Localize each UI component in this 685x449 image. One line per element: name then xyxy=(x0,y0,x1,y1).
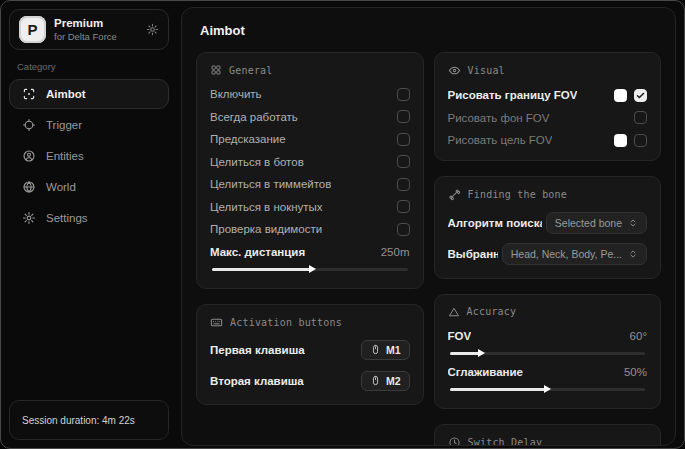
checkbox[interactable] xyxy=(397,178,410,191)
checkbox[interactable] xyxy=(397,88,410,101)
entities-icon xyxy=(22,149,36,163)
max-distance-row: Макс. дистанция 250m xyxy=(210,245,410,259)
draw-fov-background-row: Рисовать фон FOV xyxy=(448,111,648,125)
slider-value: 250m xyxy=(381,246,410,258)
selected-bones-row: Выбранные кости Head, Neck, Body, Pe... xyxy=(448,243,648,265)
color-swatch[interactable] xyxy=(614,134,627,147)
checkbox[interactable] xyxy=(634,134,647,147)
sidebar: P Premium for Delta Force Category Aimbo xyxy=(1,1,177,448)
keybind-value: M1 xyxy=(386,344,401,356)
finding-bone-panel: Finding the bone Алгоритм поиска костей … xyxy=(434,176,662,279)
toggle-label: Предсказание xyxy=(210,133,286,145)
triangle-icon xyxy=(448,306,460,318)
second-key-row: Вторая клавиша M2 xyxy=(210,371,410,391)
checkbox[interactable] xyxy=(397,133,410,146)
draw-fov-target-row: Рисовать цель FOV xyxy=(448,133,648,147)
selected-bones-select[interactable]: Head, Neck, Body, Pe... xyxy=(502,243,647,265)
panel-title: General xyxy=(229,65,273,76)
aimbot-icon xyxy=(22,87,36,101)
bone-icon xyxy=(448,188,461,201)
toggle-label: Всегда работать xyxy=(210,111,298,123)
smoothing-slider[interactable] xyxy=(450,388,646,391)
visual-label: Рисовать цель FOV xyxy=(448,134,553,146)
color-swatch[interactable] xyxy=(614,89,627,102)
left-column: General Включить Всегда работать Предска… xyxy=(196,52,424,405)
first-key-row: Первая клавиша M1 xyxy=(210,340,410,360)
checkbox[interactable] xyxy=(634,111,647,124)
visual-panel: Visual Рисовать границу FOV Рисовать фон… xyxy=(434,52,662,161)
select-value: Selected bone xyxy=(555,217,622,229)
select-label: Выбранные кости xyxy=(448,248,498,260)
toggle-label: Включить xyxy=(210,88,262,100)
slider-label: Макс. дистанция xyxy=(210,246,305,258)
switch-delay-panel: Switch Delay Задержка переключения Задер… xyxy=(434,424,662,447)
bone-algorithm-row: Алгоритм поиска костей Selected bone xyxy=(448,212,648,234)
app-window: P Premium for Delta Force Category Aimbo xyxy=(0,0,685,449)
draw-fov-border-row: Рисовать границу FOV xyxy=(448,88,648,102)
sidebar-item-trigger[interactable]: Trigger xyxy=(9,110,169,140)
gear-icon[interactable] xyxy=(146,23,159,36)
checkbox[interactable] xyxy=(397,200,410,213)
chevron-updown-icon xyxy=(628,249,638,259)
select-value: Head, Neck, Body, Pe... xyxy=(511,248,622,260)
toggle-label: Целиться в нокнутых xyxy=(210,201,323,213)
keybind-label: Вторая клавиша xyxy=(210,375,304,387)
second-key-bind-button[interactable]: M2 xyxy=(361,371,410,391)
slider-handle[interactable] xyxy=(478,349,485,357)
panel-title: Switch Delay xyxy=(468,437,543,447)
app-logo: P xyxy=(19,16,46,43)
slider-value: 60° xyxy=(630,330,647,342)
toggle-row-target-knocked: Целиться в нокнутых xyxy=(210,200,410,214)
checkbox[interactable] xyxy=(397,223,410,236)
sidebar-item-label: Trigger xyxy=(46,119,82,131)
toggle-row-enable: Включить xyxy=(210,87,410,101)
toggle-row-target-teammates: Целиться в тиммейтов xyxy=(210,177,410,191)
settings-icon xyxy=(22,211,36,225)
toggle-row-prediction: Предсказание xyxy=(210,132,410,146)
select-label: Алгоритм поиска костей xyxy=(448,217,542,229)
panel-title: Accuracy xyxy=(467,306,517,317)
panel-title: Activation buttons xyxy=(230,317,342,328)
sidebar-item-label: Settings xyxy=(46,212,88,224)
chevron-updown-icon xyxy=(628,218,638,228)
app-subtitle: for Delta Force xyxy=(54,31,117,43)
fov-row: FOV 60° xyxy=(448,329,648,343)
mouse-icon xyxy=(370,344,381,355)
slider-handle[interactable] xyxy=(544,385,551,393)
fov-slider[interactable] xyxy=(450,352,646,355)
accuracy-panel: Accuracy FOV 60° Сглаживание 50% xyxy=(434,294,662,409)
keyboard-icon xyxy=(210,316,223,329)
bone-algorithm-select[interactable]: Selected bone xyxy=(546,212,647,234)
sidebar-item-settings[interactable]: Settings xyxy=(9,203,169,233)
sidebar-item-label: World xyxy=(46,181,76,193)
slider-label: FOV xyxy=(448,330,472,342)
sidebar-item-label: Entities xyxy=(46,150,84,162)
toggle-row-target-bots: Целиться в ботов xyxy=(210,155,410,169)
sidebar-item-world[interactable]: World xyxy=(9,172,169,202)
eye-icon xyxy=(448,64,461,77)
slider-handle[interactable] xyxy=(309,265,316,273)
slider-value: 50% xyxy=(624,366,647,378)
clock-icon xyxy=(448,436,461,447)
sidebar-item-entities[interactable]: Entities xyxy=(9,141,169,171)
session-duration: Session duration: 4m 22s xyxy=(9,400,169,440)
keybind-value: M2 xyxy=(386,375,401,387)
category-label: Category xyxy=(17,61,169,72)
page-title: Aimbot xyxy=(200,23,661,38)
general-panel: General Включить Всегда работать Предска… xyxy=(196,52,424,289)
sidebar-item-label: Aimbot xyxy=(46,88,86,100)
sidebar-item-aimbot[interactable]: Aimbot xyxy=(9,79,169,109)
right-column: Visual Рисовать границу FOV Рисовать фон… xyxy=(434,52,662,446)
checkbox[interactable] xyxy=(634,89,647,102)
visual-label: Рисовать границу FOV xyxy=(448,89,578,101)
mouse-icon xyxy=(370,375,381,386)
globe-icon xyxy=(22,180,36,194)
max-distance-slider[interactable] xyxy=(212,268,408,271)
checkbox[interactable] xyxy=(397,155,410,168)
first-key-bind-button[interactable]: M1 xyxy=(361,340,410,360)
activation-buttons-panel: Activation buttons Первая клавиша M1 xyxy=(196,304,424,405)
checkbox[interactable] xyxy=(397,110,410,123)
visual-label: Рисовать фон FOV xyxy=(448,112,550,124)
toggle-label: Целиться в тиммейтов xyxy=(210,178,331,190)
slider-label: Сглаживание xyxy=(448,366,523,378)
